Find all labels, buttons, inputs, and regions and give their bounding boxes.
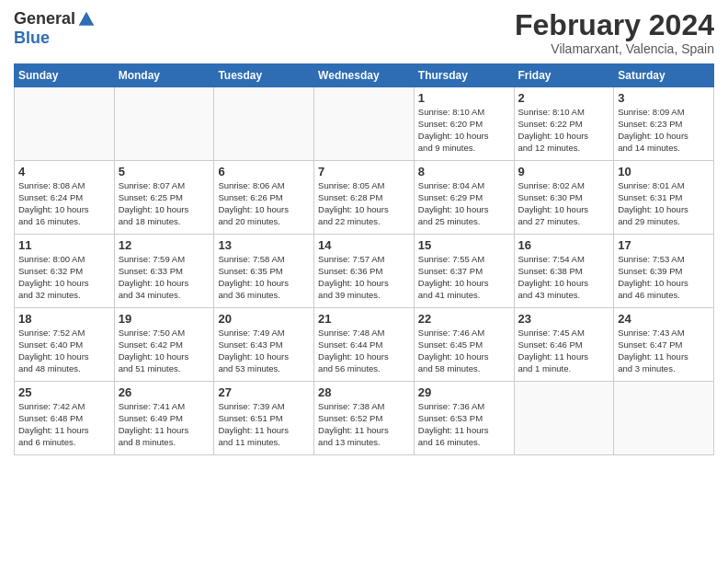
header-cell-sunday: Sunday [15, 64, 115, 87]
day-cell: 2Sunrise: 8:10 AM Sunset: 6:22 PM Daylig… [514, 87, 614, 161]
day-info: Sunrise: 7:52 AM Sunset: 6:40 PM Dayligh… [18, 327, 110, 374]
day-number: 7 [318, 165, 410, 178]
day-cell: 15Sunrise: 7:55 AM Sunset: 6:37 PM Dayli… [414, 235, 514, 308]
day-number: 4 [18, 165, 110, 178]
day-info: Sunrise: 7:54 AM Sunset: 6:38 PM Dayligh… [518, 254, 610, 301]
day-info: Sunrise: 7:49 AM Sunset: 6:43 PM Dayligh… [218, 327, 310, 374]
day-number: 14 [318, 238, 410, 252]
day-number: 20 [218, 312, 310, 326]
title-area: February 2024 Vilamarxant, Valencia, Spa… [515, 9, 714, 56]
day-number: 13 [218, 238, 310, 252]
day-number: 25 [18, 385, 110, 399]
week-row-3: 18Sunrise: 7:52 AM Sunset: 6:40 PM Dayli… [15, 308, 714, 382]
day-number: 2 [518, 91, 610, 105]
day-number: 11 [18, 238, 110, 252]
day-info: Sunrise: 8:04 AM Sunset: 6:29 PM Dayligh… [418, 180, 510, 227]
day-number: 15 [418, 238, 510, 252]
day-cell: 1Sunrise: 8:10 AM Sunset: 6:20 PM Daylig… [414, 87, 514, 161]
header-cell-wednesday: Wednesday [314, 64, 415, 87]
day-info: Sunrise: 8:09 AM Sunset: 6:23 PM Dayligh… [618, 107, 710, 154]
header-cell-friday: Friday [514, 64, 614, 87]
day-info: Sunrise: 8:06 AM Sunset: 6:26 PM Dayligh… [218, 180, 310, 227]
day-cell: 19Sunrise: 7:50 AM Sunset: 6:42 PM Dayli… [114, 308, 214, 382]
day-cell: 3Sunrise: 8:09 AM Sunset: 6:23 PM Daylig… [614, 87, 714, 161]
day-number: 16 [518, 238, 610, 252]
day-number: 3 [618, 91, 710, 105]
day-info: Sunrise: 8:10 AM Sunset: 6:20 PM Dayligh… [418, 107, 510, 154]
day-cell: 13Sunrise: 7:58 AM Sunset: 6:35 PM Dayli… [214, 235, 314, 308]
header-cell-tuesday: Tuesday [214, 64, 314, 87]
header-row: SundayMondayTuesdayWednesdayThursdayFrid… [15, 64, 714, 87]
day-info: Sunrise: 7:46 AM Sunset: 6:45 PM Dayligh… [418, 327, 510, 374]
day-info: Sunrise: 7:59 AM Sunset: 6:33 PM Dayligh… [119, 254, 210, 301]
day-number: 29 [418, 385, 510, 399]
day-info: Sunrise: 7:38 AM Sunset: 6:52 PM Dayligh… [318, 401, 410, 448]
logo-general-text: General [14, 9, 75, 29]
day-info: Sunrise: 8:00 AM Sunset: 6:32 PM Dayligh… [18, 254, 110, 301]
header-cell-monday: Monday [114, 64, 214, 87]
day-info: Sunrise: 7:36 AM Sunset: 6:53 PM Dayligh… [418, 401, 510, 448]
day-cell: 5Sunrise: 8:07 AM Sunset: 6:25 PM Daylig… [114, 161, 214, 235]
day-cell: 9Sunrise: 8:02 AM Sunset: 6:30 PM Daylig… [514, 161, 614, 235]
day-cell: 16Sunrise: 7:54 AM Sunset: 6:38 PM Dayli… [514, 235, 614, 308]
day-cell: 6Sunrise: 8:06 AM Sunset: 6:26 PM Daylig… [214, 161, 314, 235]
week-row-2: 11Sunrise: 8:00 AM Sunset: 6:32 PM Dayli… [15, 235, 714, 308]
page: General Blue February 2024 Vilamarxant, … [0, 0, 728, 465]
day-number: 22 [418, 312, 510, 326]
day-info: Sunrise: 7:55 AM Sunset: 6:37 PM Dayligh… [418, 254, 510, 301]
day-cell: 28Sunrise: 7:38 AM Sunset: 6:52 PM Dayli… [314, 382, 415, 455]
day-cell: 29Sunrise: 7:36 AM Sunset: 6:53 PM Dayli… [414, 382, 514, 455]
day-cell [15, 87, 115, 161]
week-row-0: 1Sunrise: 8:10 AM Sunset: 6:20 PM Daylig… [15, 87, 714, 161]
day-cell [114, 87, 214, 161]
day-number: 1 [418, 91, 510, 105]
day-number: 21 [318, 312, 410, 326]
day-info: Sunrise: 7:42 AM Sunset: 6:48 PM Dayligh… [18, 401, 110, 448]
day-info: Sunrise: 7:50 AM Sunset: 6:42 PM Dayligh… [119, 327, 210, 374]
day-cell: 17Sunrise: 7:53 AM Sunset: 6:39 PM Dayli… [614, 235, 714, 308]
day-cell [314, 87, 415, 161]
day-cell: 18Sunrise: 7:52 AM Sunset: 6:40 PM Dayli… [15, 308, 115, 382]
day-info: Sunrise: 7:48 AM Sunset: 6:44 PM Dayligh… [318, 327, 410, 374]
day-info: Sunrise: 8:05 AM Sunset: 6:28 PM Dayligh… [318, 180, 410, 227]
day-number: 5 [119, 165, 210, 178]
day-cell: 20Sunrise: 7:49 AM Sunset: 6:43 PM Dayli… [214, 308, 314, 382]
day-info: Sunrise: 8:07 AM Sunset: 6:25 PM Dayligh… [119, 180, 210, 227]
day-cell: 24Sunrise: 7:43 AM Sunset: 6:47 PM Dayli… [614, 308, 714, 382]
svg-marker-0 [79, 11, 95, 25]
day-cell: 8Sunrise: 8:04 AM Sunset: 6:29 PM Daylig… [414, 161, 514, 235]
day-cell: 14Sunrise: 7:57 AM Sunset: 6:36 PM Dayli… [314, 235, 415, 308]
day-cell: 21Sunrise: 7:48 AM Sunset: 6:44 PM Dayli… [314, 308, 415, 382]
header-cell-saturday: Saturday [614, 64, 714, 87]
day-number: 6 [218, 165, 310, 178]
header: General Blue February 2024 Vilamarxant, … [14, 9, 714, 56]
day-cell [214, 87, 314, 161]
logo-icon [77, 10, 96, 29]
day-cell: 12Sunrise: 7:59 AM Sunset: 6:33 PM Dayli… [114, 235, 214, 308]
week-row-4: 25Sunrise: 7:42 AM Sunset: 6:48 PM Dayli… [15, 382, 714, 455]
day-number: 28 [318, 385, 410, 399]
day-cell [614, 382, 714, 455]
day-info: Sunrise: 7:58 AM Sunset: 6:35 PM Dayligh… [218, 254, 310, 301]
day-info: Sunrise: 8:08 AM Sunset: 6:24 PM Dayligh… [18, 180, 110, 227]
day-number: 27 [218, 385, 310, 399]
day-info: Sunrise: 8:02 AM Sunset: 6:30 PM Dayligh… [518, 180, 610, 227]
day-info: Sunrise: 8:10 AM Sunset: 6:22 PM Dayligh… [518, 107, 610, 154]
logo-blue-text: Blue [14, 29, 50, 48]
day-number: 8 [418, 165, 510, 178]
day-info: Sunrise: 7:43 AM Sunset: 6:47 PM Dayligh… [618, 327, 710, 374]
week-row-1: 4Sunrise: 8:08 AM Sunset: 6:24 PM Daylig… [15, 161, 714, 235]
day-info: Sunrise: 8:01 AM Sunset: 6:31 PM Dayligh… [618, 180, 710, 227]
day-info: Sunrise: 7:57 AM Sunset: 6:36 PM Dayligh… [318, 254, 410, 301]
header-cell-thursday: Thursday [414, 64, 514, 87]
day-cell: 27Sunrise: 7:39 AM Sunset: 6:51 PM Dayli… [214, 382, 314, 455]
day-cell: 23Sunrise: 7:45 AM Sunset: 6:46 PM Dayli… [514, 308, 614, 382]
day-cell: 22Sunrise: 7:46 AM Sunset: 6:45 PM Dayli… [414, 308, 514, 382]
day-number: 17 [618, 238, 710, 252]
day-info: Sunrise: 7:41 AM Sunset: 6:49 PM Dayligh… [119, 401, 210, 448]
day-cell: 26Sunrise: 7:41 AM Sunset: 6:49 PM Dayli… [114, 382, 214, 455]
day-cell: 25Sunrise: 7:42 AM Sunset: 6:48 PM Dayli… [15, 382, 115, 455]
day-info: Sunrise: 7:45 AM Sunset: 6:46 PM Dayligh… [518, 327, 610, 374]
day-number: 19 [119, 312, 210, 326]
day-cell: 11Sunrise: 8:00 AM Sunset: 6:32 PM Dayli… [15, 235, 115, 308]
